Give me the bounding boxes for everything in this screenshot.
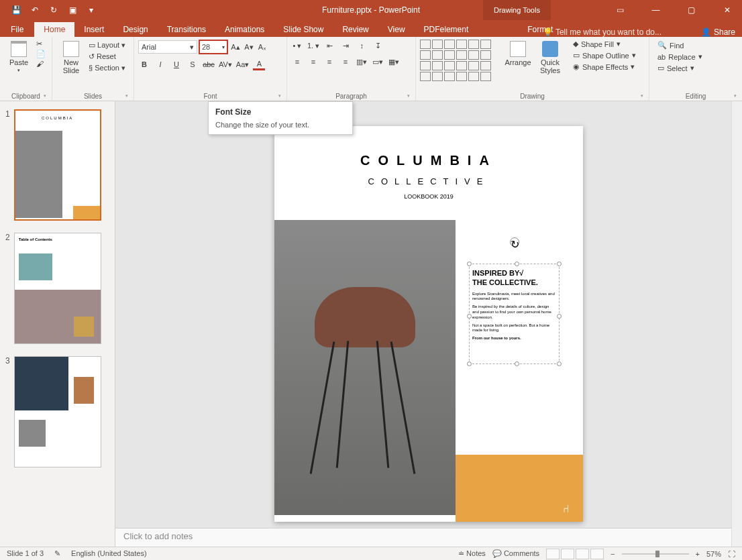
tab-transitions[interactable]: Transitions xyxy=(158,22,215,37)
slide-thumbnail-1[interactable]: COLUMBIA xyxy=(14,109,101,221)
slide-thumbnail-3[interactable] xyxy=(14,356,101,467)
slide-subtitle[interactable]: COLLECTIVE xyxy=(274,176,583,186)
tab-design[interactable]: Design xyxy=(113,22,157,37)
increase-font-icon[interactable]: A▴ xyxy=(229,41,242,53)
increase-indent-icon[interactable]: ⇥ xyxy=(339,40,352,52)
bullets-button[interactable]: • ▾ xyxy=(291,40,303,52)
underline-button[interactable]: U xyxy=(170,58,182,70)
select-button[interactable]: ▭ Select ▾ xyxy=(657,64,734,72)
tab-file[interactable]: File xyxy=(0,22,34,37)
strikethrough-button[interactable]: abc xyxy=(203,58,215,70)
slide-year[interactable]: LOOKBOOK 2019 xyxy=(274,193,583,200)
reading-view-icon[interactable] xyxy=(576,549,589,559)
tab-home[interactable]: Home xyxy=(34,22,74,37)
bold-button[interactable]: B xyxy=(138,58,150,70)
vertical-scrollbar[interactable] xyxy=(731,101,742,547)
align-center-icon[interactable]: ≡ xyxy=(307,56,319,68)
columns-icon[interactable]: ▥▾ xyxy=(356,56,368,68)
align-left-icon[interactable]: ≡ xyxy=(291,56,303,68)
paste-button[interactable]: Paste ▾ xyxy=(4,40,34,73)
text-direction-icon[interactable]: ↧ xyxy=(372,40,384,52)
share-button[interactable]: 👤 Share xyxy=(701,27,735,37)
tell-me-search[interactable]: 💡 Tell me what you want to do... xyxy=(543,27,661,37)
char-spacing-button[interactable]: AV▾ xyxy=(219,58,232,70)
slide-editor[interactable]: COLUMBIA COLLECTIVE LOOKBOOK 2019 ⑁ ↻ xyxy=(115,101,742,547)
status-spellcheck-icon[interactable]: ✎ xyxy=(54,549,60,558)
minimize-button[interactable]: — xyxy=(641,0,671,20)
resize-handle[interactable] xyxy=(467,361,472,366)
arrange-button[interactable]: Arrange xyxy=(503,40,533,66)
resize-handle[interactable] xyxy=(515,262,519,266)
reset-button[interactable]: ↺ Reset xyxy=(89,52,125,61)
ribbon-display-icon[interactable]: ▭ xyxy=(605,0,635,20)
find-button[interactable]: 🔍 Find xyxy=(657,41,734,50)
tab-animations[interactable]: Animations xyxy=(215,22,274,37)
zoom-in-icon[interactable]: + xyxy=(696,550,700,558)
shapes-gallery[interactable] xyxy=(420,40,500,81)
shadow-button[interactable]: S xyxy=(187,58,199,70)
quick-styles-button[interactable]: Quick Styles xyxy=(535,40,565,74)
fit-to-window-icon[interactable]: ⛶ xyxy=(728,550,735,558)
zoom-out-icon[interactable]: − xyxy=(611,550,615,558)
align-text-icon[interactable]: ▭▾ xyxy=(372,56,384,68)
new-slide-button[interactable]: New Slide xyxy=(56,40,86,74)
resize-handle[interactable] xyxy=(557,262,562,266)
decrease-font-icon[interactable]: A▾ xyxy=(243,41,255,53)
layout-button[interactable]: ▭ Layout ▾ xyxy=(89,41,125,50)
resize-handle[interactable] xyxy=(467,262,472,266)
align-right-icon[interactable]: ≡ xyxy=(323,56,335,68)
slide-canvas[interactable]: COLUMBIA COLLECTIVE LOOKBOOK 2019 ⑁ ↻ xyxy=(274,126,583,522)
replace-button[interactable]: ab Replace ▾ xyxy=(657,52,734,61)
slide-thumbnails-pane[interactable]: 1 COLUMBIA 2 Table of Contents 3 xyxy=(0,101,115,547)
zoom-level[interactable]: 57% xyxy=(706,550,721,558)
numbering-button[interactable]: 1. ▾ xyxy=(307,40,319,52)
slide-image[interactable] xyxy=(274,220,456,515)
close-button[interactable]: ✕ xyxy=(712,0,742,20)
font-color-button[interactable]: A xyxy=(253,58,265,70)
status-slide-number[interactable]: Slide 1 of 3 xyxy=(7,549,44,558)
line-spacing-icon[interactable]: ↕ xyxy=(356,40,368,52)
smartart-icon[interactable]: ▦▾ xyxy=(388,56,400,68)
shape-outline-button[interactable]: ▭ Shape Outline ▾ xyxy=(573,51,636,60)
decrease-indent-icon[interactable]: ⇤ xyxy=(323,40,335,52)
redo-icon[interactable]: ↻ xyxy=(48,5,59,15)
undo-icon[interactable]: ↶ xyxy=(30,5,40,15)
justify-icon[interactable]: ≡ xyxy=(339,56,352,68)
tab-slideshow[interactable]: Slide Show xyxy=(274,22,333,37)
comments-toggle[interactable]: 💬 Comments xyxy=(492,549,539,558)
slide-title[interactable]: COLUMBIA xyxy=(274,153,583,168)
selected-textbox[interactable]: ↻ INSPIRED BY√THE COLLECTIVE. Explore Sc… xyxy=(469,264,560,364)
notes-toggle[interactable]: ≐ Notes xyxy=(458,549,486,558)
orange-block[interactable]: ⑁ xyxy=(456,455,583,522)
clear-formatting-icon[interactable]: Aₓ xyxy=(256,41,268,53)
tab-review[interactable]: Review xyxy=(333,22,378,37)
resize-handle[interactable] xyxy=(557,361,562,366)
change-case-button[interactable]: Aa▾ xyxy=(236,58,249,70)
start-from-beginning-icon[interactable]: ▣ xyxy=(67,5,78,15)
normal-view-icon[interactable] xyxy=(546,549,560,559)
rotate-handle-icon[interactable]: ↻ xyxy=(510,237,519,247)
cut-icon[interactable]: ✂ xyxy=(36,40,46,48)
slideshow-view-icon[interactable] xyxy=(590,549,604,559)
save-icon[interactable]: 💾 xyxy=(11,5,21,15)
slide-thumbnail-2[interactable]: Table of Contents xyxy=(14,233,101,344)
font-name-combo[interactable]: Arial▾ xyxy=(138,40,197,54)
shape-effects-button[interactable]: ◉ Shape Effects ▾ xyxy=(573,62,636,71)
qat-more-icon[interactable]: ▾ xyxy=(86,5,97,15)
maximize-button[interactable]: ▢ xyxy=(676,0,706,20)
copy-icon[interactable]: 📄 xyxy=(36,50,46,58)
resize-handle[interactable] xyxy=(467,314,472,319)
notes-pane[interactable]: Click to add notes xyxy=(115,528,731,547)
section-button[interactable]: § Section ▾ xyxy=(89,64,125,72)
status-language[interactable]: English (United States) xyxy=(71,549,147,558)
shape-fill-button[interactable]: ◆ Shape Fill ▾ xyxy=(573,40,636,48)
sorter-view-icon[interactable] xyxy=(561,549,574,559)
tab-view[interactable]: View xyxy=(378,22,415,37)
zoom-slider[interactable] xyxy=(622,553,689,555)
resize-handle[interactable] xyxy=(515,361,519,366)
italic-button[interactable]: I xyxy=(154,58,166,70)
tab-pdfelement[interactable]: PDFelement xyxy=(415,22,478,37)
tab-insert[interactable]: Insert xyxy=(74,22,113,37)
resize-handle[interactable] xyxy=(557,314,562,319)
font-size-combo[interactable]: 28▾ xyxy=(199,40,228,54)
